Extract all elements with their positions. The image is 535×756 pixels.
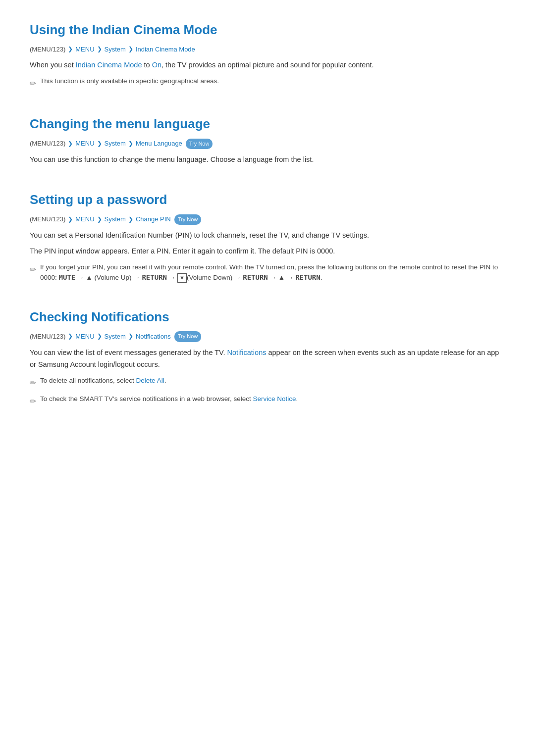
breadcrumb-indian-cinema: (MENU/123) ❯ MENU ❯ System ❯ Indian Cine… [30,45,505,55]
bold-mute: MUTE [59,273,76,281]
highlight-service-notice: Service Notice [253,395,296,403]
note-pencil-icon-3: ✏ [30,377,36,390]
breadcrumb-notifications: (MENU/123) ❯ MENU ❯ System ❯ Notificatio… [30,331,505,342]
section-password: Setting up a password (MENU/123) ❯ MENU … [30,190,505,283]
try-now-badge-notifications[interactable]: Try Now [174,331,202,342]
bold-return-3: RETURN [295,273,321,281]
breadcrumb-menu-2: MENU [75,139,94,149]
highlight-on: On [152,61,161,69]
breadcrumb-menu-4: MENU [75,332,94,342]
breadcrumb-password: (MENU/123) ❯ MENU ❯ System ❯ Change PIN … [30,214,505,225]
volume-down-icon: ▼ [177,273,187,283]
breadcrumb-change-pin: Change PIN [136,214,171,225]
bold-return-2: RETURN [243,273,268,281]
note-text-service-notice: To check the SMART TV's service notifica… [40,394,298,404]
note-pencil-icon-2: ✏ [30,263,36,276]
note-pencil-icon: ✏ [30,77,36,90]
breadcrumb-prefix-4: (MENU/123) [30,332,65,342]
try-now-badge-language[interactable]: Try Now [186,139,213,150]
note-text-delete-all: To delete all notifications, select Dele… [40,376,166,386]
body-notifications-1: You can view the list of event messages … [30,347,505,371]
breadcrumb-menu-language: (MENU/123) ❯ MENU ❯ System ❯ Menu Langua… [30,139,505,150]
body-indian-cinema: When you set Indian Cinema Mode to On, t… [30,59,505,71]
note-pencil-icon-4: ✏ [30,395,36,408]
breadcrumb-menu-3: MENU [75,214,94,225]
breadcrumb-prefix-3: (MENU/123) [30,214,65,225]
section-title-notifications: Checking Notifications [30,307,505,328]
section-notifications: Checking Notifications (MENU/123) ❯ MENU… [30,307,505,408]
breadcrumb-system-3: System [105,214,126,225]
note-indian-cinema-1: ✏ This function is only available in spe… [30,76,505,90]
note-text-geographical: This function is only available in speci… [40,76,219,86]
note-password-1: ✏ If you forget your PIN, you can reset … [30,262,505,283]
breadcrumb-system-2: System [105,139,126,149]
highlight-notifications: Notifications [227,349,266,356]
highlight-delete-all: Delete All [136,377,164,384]
breadcrumb-menu-language: Menu Language [136,139,182,149]
section-indian-cinema-mode: Using the Indian Cinema Mode (MENU/123) … [30,20,505,90]
section-title-password: Setting up a password [30,190,505,210]
try-now-badge-password[interactable]: Try Now [174,214,202,225]
body-menu-language: You can use this function to change the … [30,154,505,166]
breadcrumb-system: System [105,45,126,55]
section-title-menu-language: Changing the menu language [30,114,505,135]
highlight-indian-cinema-mode: Indian Cinema Mode [76,61,142,69]
breadcrumb-indian-cinema-mode: Indian Cinema Mode [136,45,195,55]
breadcrumb-notifications: Notifications [136,332,171,342]
note-text-pin-reset: If you forget your PIN, you can reset it… [40,262,505,283]
bold-return-1: RETURN [142,273,167,281]
breadcrumb-prefix: (MENU/123) [30,45,65,55]
breadcrumb-menu: MENU [75,45,94,55]
body-password-1: You can set a Personal Identification Nu… [30,230,505,242]
note-notifications-2: ✏ To check the SMART TV's service notifi… [30,394,505,408]
body-password-2: The PIN input window appears. Enter a PI… [30,246,505,257]
section-title-indian-cinema: Using the Indian Cinema Mode [30,20,505,41]
section-menu-language: Changing the menu language (MENU/123) ❯ … [30,114,505,166]
breadcrumb-prefix-2: (MENU/123) [30,139,65,149]
note-notifications-1: ✏ To delete all notifications, select De… [30,376,505,390]
breadcrumb-system-4: System [105,332,126,342]
